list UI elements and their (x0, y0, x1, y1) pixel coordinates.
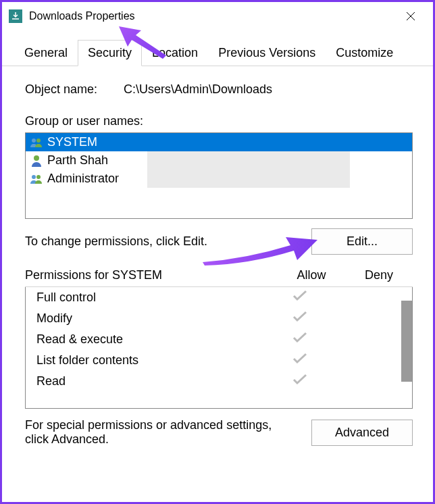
permission-row: Full control (26, 287, 412, 308)
edit-row: To change permissions, click Edit. Edit.… (25, 228, 413, 255)
permissions-listbox[interactable]: Full control Modify Read & execute List … (25, 287, 413, 409)
tab-general[interactable]: General (14, 40, 78, 66)
user-listbox[interactable]: SYSTEM Parth Shah Administrator (25, 132, 413, 219)
object-name-row: Object name: C:\Users\Admin\Downloads (25, 82, 413, 97)
object-name-value: C:\Users\Admin\Downloads (124, 82, 272, 97)
allow-check-icon (266, 353, 334, 368)
allow-check-icon (266, 374, 334, 389)
svg-point-3 (32, 175, 36, 179)
permissions-title: Permissions for SYSTEM (25, 268, 278, 282)
list-item-label: SYSTEM (47, 135, 97, 149)
user-icon (30, 155, 43, 167)
svg-point-1 (36, 138, 41, 143)
svg-point-0 (32, 138, 36, 143)
allow-column-header: Allow (278, 268, 345, 282)
window-title: Downloads Properties (29, 10, 395, 22)
allow-check-icon (266, 332, 334, 347)
advanced-row: For special permissions or advanced sett… (25, 418, 413, 447)
edit-button[interactable]: Edit... (311, 228, 413, 255)
tab-content: Object name: C:\Users\Admin\Downloads Gr… (2, 66, 433, 456)
allow-check-icon (266, 290, 334, 305)
scrollbar-thumb[interactable] (401, 301, 412, 382)
titlebar: Downloads Properties (2, 2, 433, 30)
permission-row: Modify (26, 308, 412, 329)
allow-check-icon (266, 311, 334, 326)
close-button[interactable] (395, 5, 426, 27)
svg-point-4 (36, 175, 41, 179)
list-item-administrators[interactable]: Administrator (26, 170, 412, 188)
tab-previous-versions[interactable]: Previous Versions (208, 40, 326, 66)
group-icon (30, 173, 43, 185)
permission-name: Full control (36, 291, 266, 305)
permission-row: Read & execute (26, 329, 412, 350)
list-item-label: Parth Shah (47, 153, 108, 168)
deny-column-header: Deny (345, 268, 413, 282)
permission-name: Read (36, 374, 266, 388)
permission-row: List folder contents (26, 350, 412, 371)
folder-download-icon (9, 9, 22, 23)
list-item-system[interactable]: SYSTEM (26, 133, 412, 151)
permission-name: List folder contents (36, 353, 266, 368)
advanced-button[interactable]: Advanced (311, 420, 413, 446)
group-icon (30, 136, 43, 149)
permission-row: Read (26, 371, 412, 392)
tab-bar: General Security Location Previous Versi… (2, 40, 433, 66)
list-item-user[interactable]: Parth Shah (26, 151, 412, 170)
svg-point-2 (34, 155, 39, 161)
group-label: Group or user names: (25, 114, 413, 128)
permissions-header: Permissions for SYSTEM Allow Deny (25, 268, 413, 287)
permission-name: Read & execute (36, 332, 266, 347)
tab-customize[interactable]: Customize (326, 40, 403, 66)
tab-location[interactable]: Location (142, 40, 208, 66)
permission-name: Modify (36, 311, 266, 326)
list-item-label: Administrator (47, 172, 119, 186)
tab-security[interactable]: Security (78, 40, 142, 66)
object-name-label: Object name: (25, 82, 124, 97)
advanced-text: For special permissions or advanced sett… (25, 418, 282, 447)
edit-text: To change permissions, click Edit. (25, 234, 207, 249)
